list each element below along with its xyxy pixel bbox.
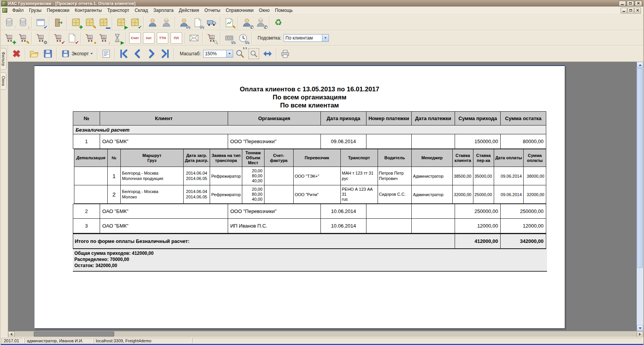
cell-transport-request: Рефрежиратор [210, 185, 242, 204]
close-report-button[interactable]: ✖ [10, 47, 23, 61]
cell-driver: Петров Петр Петрович [378, 167, 412, 185]
child-restore-button[interactable] [628, 8, 634, 13]
order-edit-button[interactable]: ✎ [16, 31, 30, 45]
order-add-button[interactable]: ✚ [2, 31, 16, 45]
menu-warehouse[interactable]: Склад [132, 7, 151, 14]
scroll-left-button[interactable] [8, 331, 15, 337]
act-doc-button[interactable]: Акт [143, 32, 154, 44]
restore-database-button[interactable]: ↓ [16, 16, 30, 30]
report-designer-button[interactable]: ✎ [222, 16, 236, 30]
vertical-scrollbar[interactable] [637, 62, 643, 331]
previous-page-button[interactable] [131, 47, 145, 61]
page-settings-button[interactable] [99, 47, 113, 61]
fit-width-button[interactable] [261, 47, 274, 61]
order-history-button[interactable]: ▶ [110, 31, 124, 45]
minimize-button[interactable] [619, 1, 626, 6]
tachometer-button[interactable] [236, 31, 250, 45]
menu-reports[interactable]: Отчеты [202, 7, 223, 14]
order-payment-button[interactable]: ● [83, 31, 97, 45]
menu-help[interactable]: Помощь [272, 7, 295, 14]
menu-directories[interactable]: Справочники [223, 7, 256, 14]
mail-button[interactable] [187, 31, 201, 45]
horizontal-scroll-thumb[interactable] [34, 332, 114, 337]
cell-income-sum: 12000,00 [455, 219, 501, 233]
contracts-button[interactable] [191, 16, 205, 30]
zoom-area-button[interactable] [247, 47, 261, 61]
print-button[interactable] [278, 47, 292, 61]
close-button[interactable]: ✕ [635, 1, 642, 6]
next-page-button[interactable] [145, 47, 158, 61]
detail-row-1: 1 Белгород - Москва Молочная продукция 2… [74, 167, 546, 185]
cell-payment-number [366, 134, 411, 149]
cell-organization: ООО "Перевозчики" [228, 134, 320, 149]
menu-file[interactable]: Файл [10, 7, 26, 14]
menu-window[interactable]: Окно [256, 7, 272, 14]
first-page-button[interactable] [117, 47, 131, 61]
child-close-button[interactable]: ✕ [634, 8, 641, 13]
vertical-scroll-thumb[interactable] [637, 68, 643, 268]
cell-income-date: 10.06.2014 [321, 204, 366, 219]
payment-row-1: 1 ОАО "БМК" ООО "Перевозчики" 09.06.2014… [73, 134, 546, 149]
cargo-add-button[interactable]: ✚ [69, 16, 83, 30]
order-search-button[interactable] [205, 31, 219, 45]
chevron-down-icon[interactable] [226, 50, 233, 57]
col-header-detail-num: № [107, 149, 120, 167]
horizontal-scrollbar[interactable] [8, 331, 643, 337]
cell-driver: Сидоров С.С. [378, 185, 412, 204]
payment-row-3: 3 ОАО "БМК" ИП Иванов П.С. 10.06.2014 12… [73, 219, 546, 233]
col-header-client: Клиент [100, 112, 228, 125]
cell-carrier-rate: 25000,00 [473, 185, 494, 204]
cargo-delete-button[interactable]: ▬ [97, 16, 110, 30]
cell-manager: Администратор [412, 185, 452, 204]
document-confirm-button[interactable]: ✔ [65, 31, 79, 45]
status-spacer [192, 338, 642, 343]
odometer-button[interactable] [222, 31, 236, 45]
forwarders-button[interactable] [177, 16, 191, 30]
highlight-select[interactable]: По клиентам [284, 34, 329, 42]
managers-button[interactable]: ✆ [240, 16, 254, 30]
cargo-start-button[interactable]: ▶ [114, 16, 128, 30]
menu-transportations[interactable]: Перевозки [44, 7, 72, 14]
scroll-right-button[interactable] [637, 331, 643, 337]
scroll-up-button[interactable] [637, 62, 643, 68]
recycle-button[interactable]: ♻ [271, 16, 285, 30]
cell-rest-sum: 250000,00 [501, 204, 546, 219]
tab-filter[interactable]: Фильтр [1, 48, 7, 70]
pl-doc-button[interactable]: ПЛ [171, 32, 182, 44]
payments-header-row: № Клиент Организация Дата прихода Номер … [73, 112, 546, 125]
menu-counterparties[interactable]: Контрагенты [72, 7, 105, 14]
backup-database-button[interactable]: ↑ [2, 16, 16, 30]
col-header-tonnage: Тоннаж Объем Мест [242, 149, 264, 167]
tab-windows[interactable]: Окна [1, 72, 7, 90]
restore-button[interactable] [627, 1, 634, 6]
scale-select[interactable]: 150% [203, 50, 233, 58]
export-button[interactable]: Экспорт [59, 47, 95, 61]
menu-transport[interactable]: Транспорт [105, 7, 132, 14]
open-report-button[interactable] [27, 47, 41, 61]
save-report-button[interactable] [41, 47, 55, 61]
exit-button[interactable] [51, 16, 65, 30]
order-unload-button[interactable]: ↓ [97, 31, 110, 45]
cargo-complete-button[interactable]: ✔ [128, 16, 142, 30]
transport-button[interactable] [205, 16, 219, 30]
dispatchers-button[interactable]: ✆ [254, 16, 268, 30]
report-title: Оплата клиентов с 13.05.2013 по 16.01.20… [73, 85, 546, 93]
cargo-edit-button[interactable]: ✎ [83, 16, 97, 30]
menu-cargo[interactable]: Грузы [26, 7, 44, 14]
drivers-button[interactable] [159, 16, 173, 30]
zoom-100-button[interactable]: 1:1 [233, 47, 247, 61]
chevron-down-icon[interactable] [322, 35, 329, 41]
order-confirm-button[interactable]: ✔ [51, 31, 65, 45]
menu-salary[interactable]: Зарплата [151, 7, 176, 14]
show-form-button[interactable]: ✔ [34, 16, 48, 30]
ttn-doc-button[interactable]: ТТН [157, 32, 168, 44]
order-process-button[interactable]: ⚙ [34, 31, 48, 45]
main-toolbar: ↑ ↓ ✔ ✚ ✎ ▬ ▶ ✔ ✎ ✆ ✆ ♻ [1, 15, 643, 30]
last-page-button[interactable] [158, 47, 172, 61]
child-minimize-button[interactable] [621, 8, 627, 13]
invoice-doc-button[interactable]: Счет [129, 32, 141, 44]
scale-value: 150% [204, 51, 219, 56]
scroll-down-button[interactable] [637, 325, 643, 331]
menu-actions[interactable]: Действия [176, 7, 202, 14]
clients-button[interactable] [146, 16, 159, 30]
